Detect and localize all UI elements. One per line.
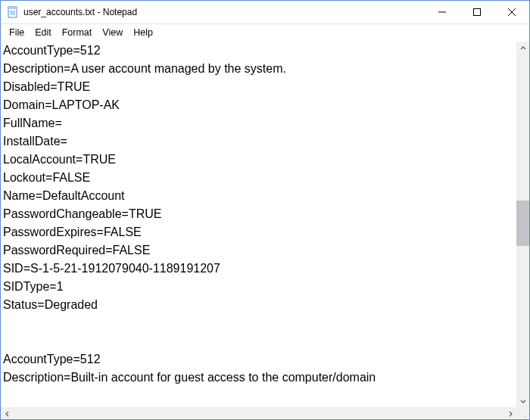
resize-grip[interactable]: ⋰ <box>516 407 529 420</box>
maximize-button[interactable] <box>460 1 494 23</box>
window-title: user_accounts.txt - Notepad <box>23 7 425 17</box>
svg-rect-6 <box>474 9 481 16</box>
menubar: File Edit Format View Help <box>1 24 529 42</box>
menu-view[interactable]: View <box>97 26 128 39</box>
scroll-left-icon[interactable] <box>1 407 14 420</box>
menu-edit[interactable]: Edit <box>30 26 57 39</box>
vertical-scroll-thumb[interactable] <box>516 201 529 246</box>
content-area: AccountType=512 Description=A user accou… <box>1 42 529 407</box>
notepad-icon <box>7 6 19 18</box>
horizontal-scrollbar[interactable]: ⋰ <box>1 407 529 420</box>
close-button[interactable] <box>494 1 529 23</box>
text-editor[interactable]: AccountType=512 Description=A user accou… <box>1 42 516 407</box>
menu-file[interactable]: File <box>4 26 30 39</box>
vertical-scrollbar[interactable] <box>516 42 529 407</box>
scroll-down-icon[interactable] <box>516 394 529 407</box>
menu-format[interactable]: Format <box>57 26 98 39</box>
scroll-right-icon[interactable] <box>504 407 516 420</box>
horizontal-scroll-track[interactable] <box>14 407 504 420</box>
scroll-up-icon[interactable] <box>516 42 529 54</box>
window-controls <box>425 1 529 23</box>
titlebar[interactable]: user_accounts.txt - Notepad <box>1 1 529 24</box>
svg-rect-1 <box>8 7 17 9</box>
minimize-button[interactable] <box>425 1 460 23</box>
menu-help[interactable]: Help <box>128 26 158 39</box>
